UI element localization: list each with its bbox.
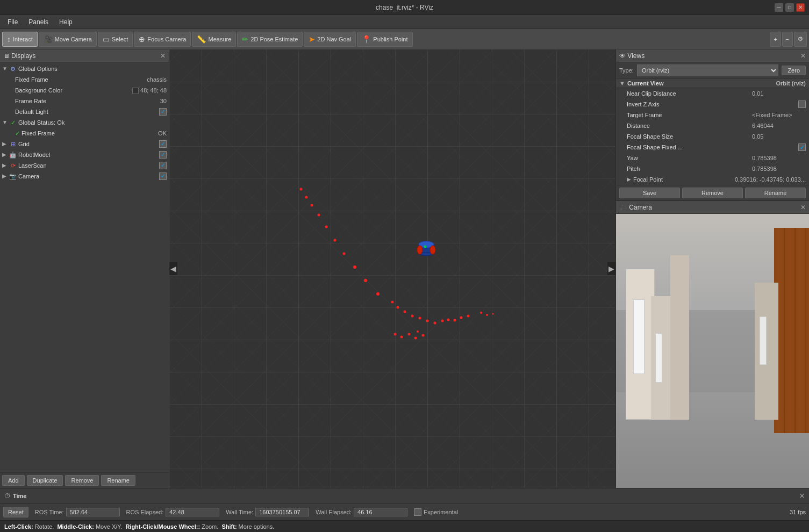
- laserscan-expand: ▶: [2, 161, 9, 170]
- global-status-expand: ▼: [2, 118, 9, 127]
- svg-point-4: [430, 246, 435, 254]
- main-layout: 🖥 Displays ✕ ▼ ⚙ Global Options Fixed Fr…: [0, 49, 809, 488]
- robotmodel-icon: 🤖: [9, 150, 17, 159]
- settings-tool-button[interactable]: ⚙: [794, 32, 807, 47]
- pose-estimate-button[interactable]: ✏ 2D Pose Estimate: [237, 32, 303, 47]
- displays-panel-close[interactable]: ✕: [160, 52, 166, 60]
- maximize-button[interactable]: □: [785, 3, 794, 12]
- current-view-header[interactable]: ▼ Current View Orbit (rviz): [616, 79, 809, 88]
- building-center: [670, 255, 690, 420]
- grid-display-row[interactable]: ▶ ⊞ Grid ✓: [0, 139, 169, 149]
- laserscan-display-row[interactable]: ▶ ⟳ LaserScan ✓: [0, 160, 169, 171]
- robotmodel-display-row[interactable]: ▶ 🤖 RobotModel ✓: [0, 149, 169, 160]
- focal-point-row: ▶ Focal Point 0.39016; -0.43745; 0.033..…: [616, 174, 809, 185]
- camera-display-row[interactable]: ▶ 📷 Camera ✓: [0, 171, 169, 182]
- remove-tool-button[interactable]: −: [782, 32, 793, 47]
- camera-panel-icon: 🎥: [619, 204, 627, 211]
- 3d-viewport[interactable]: ◀ ▶: [169, 49, 615, 488]
- rename-view-button[interactable]: Rename: [745, 188, 806, 198]
- camera-panel-header: 🎥 Camera ✕: [616, 201, 809, 214]
- duplicate-display-button[interactable]: Duplicate: [27, 475, 63, 486]
- focal-shape-fixed-checkbox[interactable]: ✓: [798, 143, 806, 151]
- frame-rate-row: Frame Rate 30: [0, 96, 169, 106]
- camera-checkbox[interactable]: ✓: [159, 172, 167, 180]
- laserscan-checkbox[interactable]: ✓: [159, 162, 167, 169]
- camera-panel-close[interactable]: ✕: [800, 204, 806, 211]
- robotmodel-checkbox[interactable]: ✓: [159, 151, 167, 159]
- distance-row: Distance 6,46044: [616, 120, 809, 131]
- time-icon: ⏱: [4, 492, 11, 500]
- fixed-frame-status-icon: ✓: [15, 128, 20, 138]
- time-panel-close[interactable]: ✕: [799, 492, 805, 500]
- grid-checkbox[interactable]: ✓: [159, 140, 167, 148]
- hint-bar: Left-Click: Rotate. Middle-Click: Move X…: [0, 520, 809, 532]
- viewport-arrow-left[interactable]: ◀: [169, 262, 177, 275]
- robot-svg: [410, 234, 442, 266]
- move-camera-button[interactable]: 🎥 Move Camera: [39, 32, 97, 47]
- laserscan-icon: ⟳: [9, 161, 17, 170]
- displays-panel-buttons: Add Duplicate Remove Rename: [0, 472, 169, 488]
- save-view-button[interactable]: Save: [619, 188, 680, 198]
- add-tool-button[interactable]: +: [770, 32, 781, 47]
- building-window3: [760, 317, 767, 364]
- move-camera-icon: 🎥: [44, 35, 53, 44]
- ros-elapsed-value: 42.48: [166, 508, 219, 516]
- global-status-header[interactable]: ▼ ✓ Global Status: Ok: [0, 117, 169, 128]
- invert-z-axis-checkbox[interactable]: [798, 100, 806, 108]
- zero-button[interactable]: Zero: [782, 66, 806, 75]
- displays-content: ▼ ⚙ Global Options Fixed Frame chassis B…: [0, 62, 169, 269]
- camera-panel-title: 🎥 Camera: [619, 204, 652, 211]
- menu-bar: File Panels Help: [0, 15, 809, 29]
- global-options-section: ▼ ⚙ Global Options Fixed Frame chassis B…: [0, 63, 169, 117]
- menu-file[interactable]: File: [2, 17, 23, 27]
- nav-goal-button[interactable]: ➤ 2D Nav Goal: [304, 32, 356, 47]
- remove-view-button[interactable]: Remove: [682, 188, 743, 198]
- view-type-select[interactable]: Orbit (rviz): [637, 64, 778, 76]
- default-light-checkbox[interactable]: ✓: [159, 108, 167, 116]
- ros-elapsed-field: ROS Elapsed: 42.48: [126, 508, 220, 516]
- views-panel-title: 👁 Views: [619, 52, 645, 60]
- rename-display-button[interactable]: Rename: [101, 475, 135, 486]
- close-button[interactable]: ✕: [796, 3, 805, 12]
- menu-help[interactable]: Help: [54, 17, 78, 27]
- window-title: chase_it.rviz* - RViz: [34, 4, 775, 11]
- experimental-checkbox[interactable]: [414, 508, 421, 516]
- near-clip-distance-row: Near Clip Distance 0,01: [616, 88, 809, 99]
- reset-button[interactable]: Reset: [3, 507, 28, 517]
- menu-panels[interactable]: Panels: [23, 17, 54, 27]
- camera-icon: 📷: [9, 172, 17, 181]
- displays-panel: 🖥 Displays ✕ ▼ ⚙ Global Options Fixed Fr…: [0, 49, 169, 488]
- default-light-row: Default Light ✓: [0, 106, 169, 117]
- measure-icon: 📏: [197, 35, 206, 44]
- global-options-expand: ▼: [2, 64, 9, 74]
- views-type-row: Type: Orbit (rviz) Zero: [616, 62, 809, 79]
- brick-pattern: [774, 228, 809, 434]
- ros-time-value: 582.64: [66, 508, 120, 516]
- svg-point-3: [417, 246, 423, 254]
- building-right-brick: [774, 228, 809, 434]
- time-bar: ⏱ Time ✕: [0, 488, 809, 503]
- focal-shape-size-row: Focal Shape Size 0,05: [616, 131, 809, 142]
- wall-elapsed-field: Wall Elapsed: 46.16: [316, 508, 407, 516]
- add-display-button[interactable]: Add: [2, 475, 25, 486]
- views-panel-icon: 👁: [619, 52, 626, 60]
- global-status-section: ▼ ✓ Global Status: Ok ✓ Fixed Frame OK: [0, 117, 169, 139]
- viewport-arrow-right[interactable]: ▶: [607, 262, 615, 275]
- remove-display-button[interactable]: Remove: [65, 475, 99, 486]
- minimize-button[interactable]: ─: [775, 3, 783, 12]
- views-panel-close[interactable]: ✕: [800, 52, 806, 60]
- svg-point-5: [424, 245, 427, 248]
- current-view-expand: ▼: [619, 80, 625, 87]
- select-button[interactable]: ▭ Select: [98, 32, 133, 47]
- measure-button[interactable]: 📏 Measure: [192, 32, 236, 47]
- robot-model: [410, 234, 442, 268]
- interact-icon: ↕: [7, 35, 11, 44]
- publish-point-button[interactable]: 📍 Publish Point: [357, 32, 412, 47]
- global-options-header[interactable]: ▼ ⚙ Global Options: [0, 63, 169, 74]
- bg-color-swatch: [132, 85, 140, 95]
- interact-button[interactable]: ↕ Interact: [2, 32, 38, 47]
- building-middle-right: [755, 283, 778, 420]
- global-status-fixed-frame-row: ✓ Fixed Frame OK: [0, 128, 169, 139]
- focus-camera-button[interactable]: ⊕ Focus Camera: [134, 32, 191, 47]
- camera-view: [616, 214, 809, 488]
